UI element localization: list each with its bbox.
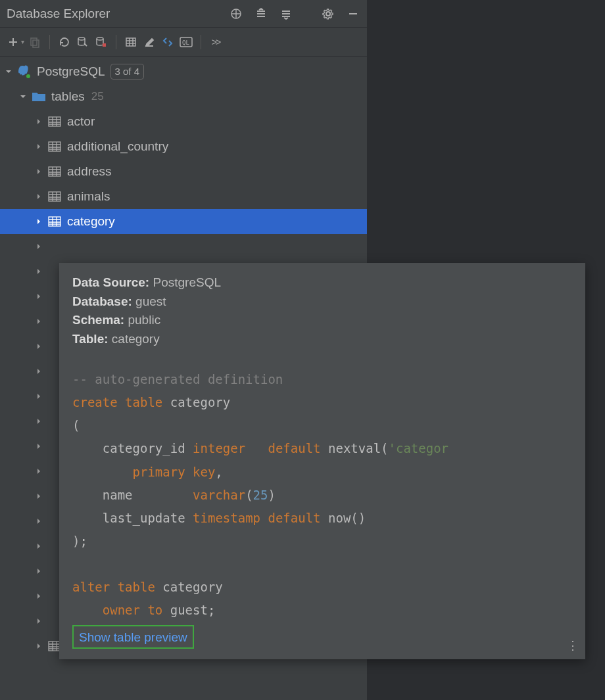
table-icon — [47, 190, 62, 203]
table-row[interactable]: actor — [0, 109, 367, 134]
grid-icon[interactable] — [123, 34, 139, 50]
add-icon[interactable] — [5, 34, 21, 50]
toolbar: ▾ QL >> — [0, 28, 367, 57]
folder-icon — [32, 90, 46, 103]
chevron-right-icon — [34, 317, 43, 326]
table-icon — [47, 165, 62, 178]
chevron-right-icon — [34, 267, 43, 276]
chevron-right-icon — [34, 192, 43, 201]
diff-icon[interactable] — [160, 34, 176, 50]
table-icon — [47, 140, 62, 153]
chevron-right-icon — [34, 442, 43, 451]
minimize-icon[interactable] — [346, 7, 360, 21]
svg-rect-5 — [103, 43, 106, 47]
svg-text:QL: QL — [182, 39, 189, 46]
chevron-right-icon — [34, 117, 43, 126]
db-stop-icon[interactable] — [93, 34, 109, 50]
chevron-down-icon — [18, 92, 28, 101]
more-icon[interactable]: >> — [208, 34, 224, 50]
ql-icon[interactable]: QL — [178, 34, 194, 50]
chevron-right-icon — [34, 492, 43, 501]
table-icon — [47, 115, 62, 128]
collapse-all-icon[interactable] — [229, 7, 243, 21]
stack-down-icon[interactable] — [279, 7, 293, 21]
chevron-right-icon — [34, 542, 43, 551]
copy-icon[interactable] — [27, 34, 43, 50]
chevron-right-icon — [34, 242, 43, 251]
panel-title: Database Explorer — [7, 7, 110, 21]
chevron-right-icon — [34, 642, 43, 651]
svg-rect-10 — [49, 117, 60, 126]
svg-rect-6 — [126, 38, 135, 46]
svg-rect-14 — [49, 217, 60, 226]
db-wrench-icon[interactable] — [75, 34, 91, 50]
chevron-right-icon — [34, 167, 43, 176]
root-label: PostgreSQL — [37, 64, 105, 79]
chevron-right-icon — [34, 617, 43, 626]
svg-rect-13 — [49, 192, 60, 201]
chevron-right-icon — [34, 292, 43, 301]
show-table-preview-highlight: Show table preview — [72, 625, 194, 649]
sql-definition: -- auto-generated definition create tabl… — [72, 368, 572, 622]
table-label: address — [67, 164, 112, 179]
header-actions — [229, 7, 360, 21]
chevron-right-icon — [34, 342, 43, 351]
meta-database: Database: guest — [72, 292, 572, 312]
chevron-right-icon — [34, 392, 43, 401]
chevron-down-icon — [4, 67, 13, 76]
edit-icon[interactable] — [141, 34, 157, 50]
root-node-postgresql[interactable]: PostgreSQL 3 of 4 — [0, 59, 367, 84]
tables-node[interactable]: tables 25 — [0, 84, 367, 109]
svg-rect-1 — [31, 38, 37, 45]
table-label: animals — [67, 189, 110, 204]
chevron-right-icon — [34, 592, 43, 601]
chevron-right-icon — [34, 517, 43, 526]
table-label: additional_country — [67, 139, 168, 154]
show-table-preview-link[interactable]: Show table preview — [79, 630, 187, 645]
svg-point-3 — [78, 37, 85, 40]
stack-up-icon[interactable] — [254, 7, 268, 21]
more-vert-icon[interactable]: ⋮ — [567, 638, 579, 653]
table-row[interactable]: animals — [0, 184, 367, 209]
chevron-right-icon — [34, 217, 43, 226]
table-row[interactable]: address — [0, 159, 367, 184]
refresh-icon[interactable] — [57, 34, 72, 50]
tables-count: 25 — [91, 90, 104, 103]
chevron-right-icon — [34, 467, 43, 476]
chevron-right-icon — [34, 567, 43, 576]
svg-point-4 — [97, 37, 103, 40]
meta-table: Table: category — [72, 330, 572, 349]
panel-header: Database Explorer — [0, 0, 367, 28]
tables-label: tables — [51, 89, 85, 104]
svg-rect-11 — [49, 142, 60, 151]
meta-schema: Schema: public — [72, 311, 572, 330]
table-label: category — [67, 214, 115, 229]
table-icon — [47, 215, 62, 228]
table-label: actor — [67, 114, 95, 129]
root-badge: 3 of 4 — [110, 64, 145, 80]
postgresql-icon — [17, 65, 32, 78]
gear-icon[interactable] — [321, 7, 335, 21]
svg-rect-2 — [33, 40, 39, 47]
table-row[interactable]: additional_country — [0, 134, 367, 159]
table-row[interactable] — [0, 234, 367, 259]
chevron-right-icon — [34, 417, 43, 426]
chevron-right-icon — [34, 367, 43, 376]
chevron-right-icon — [34, 142, 43, 151]
table-tooltip: Data Source: PostgreSQL Database: guest … — [59, 263, 585, 659]
meta-data-source: Data Source: PostgreSQL — [72, 273, 572, 292]
svg-rect-12 — [49, 167, 60, 176]
svg-point-9 — [26, 74, 30, 78]
table-row[interactable]: category — [0, 209, 367, 234]
